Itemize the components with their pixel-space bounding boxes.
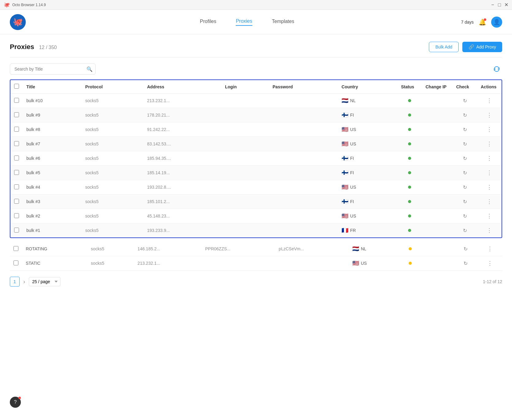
row-actions-button[interactable]: ⋮ (487, 245, 493, 252)
check-icon[interactable]: ↻ (463, 170, 467, 175)
status-dot (409, 247, 412, 250)
cell-change-ip (422, 166, 453, 180)
cell-address: 83.142.53.... (143, 137, 221, 151)
nav-templates[interactable]: Templates (272, 19, 294, 25)
minimize-button[interactable]: − (491, 3, 495, 7)
row-checkbox[interactable] (14, 170, 19, 175)
check-icon[interactable]: ↻ (463, 185, 467, 190)
row-actions-button[interactable]: ⋮ (487, 155, 492, 162)
row-actions-button[interactable]: ⋮ (487, 169, 492, 176)
maximize-button[interactable]: □ (497, 3, 502, 7)
cell-country: 🇺🇸 US (338, 137, 397, 151)
bulk-table-container: Title Protocol Address Login Password Co… (10, 79, 502, 238)
country-flag: 🇺🇸 (342, 184, 348, 191)
cell-protocol: socks5 (82, 195, 143, 209)
select-all-checkbox[interactable] (14, 84, 19, 89)
check-icon[interactable]: ↻ (463, 113, 467, 118)
check-icon[interactable]: ↻ (463, 214, 467, 219)
row-actions-button[interactable]: ⋮ (487, 112, 492, 118)
search-input[interactable] (10, 64, 96, 75)
cell-address: 178.20.21... (143, 108, 221, 122)
cell-status (397, 223, 422, 238)
country-flag: 🇺🇸 (342, 126, 348, 133)
cell-address: 185.14.19... (143, 166, 221, 180)
table-row: bulk #6 socks5 185.94.35.... 🇫🇮 FI ↻ ⋮ (10, 151, 502, 166)
cell-login (221, 209, 269, 223)
cell-password: pLzCSeVm... (275, 242, 349, 256)
row-actions-button[interactable]: ⋮ (487, 260, 493, 267)
notifications-button[interactable]: 🔔 (479, 18, 486, 26)
cell-title: bulk #9 (23, 108, 82, 122)
refresh-button[interactable] (491, 64, 502, 75)
check-icon[interactable]: ↻ (463, 199, 467, 204)
row-checkbox[interactable] (13, 246, 18, 251)
search-box: 🔍 (10, 64, 96, 75)
row-actions-button[interactable]: ⋮ (487, 213, 492, 219)
cell-title: bulk #7 (23, 137, 82, 151)
cell-status (398, 242, 422, 256)
col-login: Login (221, 80, 269, 94)
pagination: 1 › 25 / page 50 / page 100 / page 1-12 … (10, 273, 502, 290)
row-actions-button[interactable]: ⋮ (487, 141, 492, 147)
close-button[interactable]: ✕ (504, 3, 508, 7)
check-icon[interactable]: ↻ (463, 156, 467, 161)
row-checkbox[interactable] (14, 141, 19, 146)
row-checkbox[interactable] (14, 228, 19, 233)
page-size-select[interactable]: 25 / page 50 / page 100 / page (29, 277, 60, 286)
title-bar: 🐙 Octo Browser 1.14.9 − □ ✕ (0, 0, 512, 10)
country-flag: 🇳🇱 (352, 245, 359, 252)
user-icon: 👤 (493, 19, 500, 25)
cell-check: ↻ (453, 256, 478, 271)
check-icon[interactable]: ↻ (463, 141, 467, 147)
search-row: 🔍 (10, 64, 502, 75)
country-code: NL (350, 98, 356, 103)
check-icon[interactable]: ↻ (463, 228, 467, 233)
cell-protocol: socks5 (82, 151, 143, 166)
check-icon[interactable]: ↻ (463, 98, 467, 103)
table-row: ROTATING socks5 146.185.2... PPR06ZZS...… (10, 242, 502, 256)
row-actions-button[interactable]: ⋮ (487, 184, 492, 191)
bulk-table: Title Protocol Address Login Password Co… (10, 80, 502, 237)
check-icon[interactable]: ↻ (463, 127, 467, 132)
table-row: bulk #5 socks5 185.14.19... 🇫🇮 FI ↻ ⋮ (10, 166, 502, 180)
nav-profiles[interactable]: Profiles (200, 19, 216, 25)
row-actions-button[interactable]: ⋮ (487, 227, 492, 234)
row-checkbox[interactable] (14, 199, 19, 204)
check-icon[interactable]: ↻ (464, 246, 468, 252)
table-row: bulk #1 socks5 193.233.9... 🇫🇷 FR ↻ ⋮ (10, 223, 502, 238)
row-checkbox[interactable] (14, 98, 19, 103)
cell-password (269, 180, 338, 195)
next-page-button[interactable]: › (22, 277, 26, 286)
cell-change-ip (422, 151, 453, 166)
row-checkbox[interactable] (14, 184, 19, 189)
nav-proxies[interactable]: Proxies (236, 18, 252, 26)
cell-protocol: socks5 (82, 108, 143, 122)
add-proxy-button[interactable]: 🔗 Add Proxy (462, 42, 502, 52)
cell-check: ↻ (453, 195, 477, 209)
cell-check: ↻ (453, 137, 477, 151)
app-title: Octo Browser 1.14.9 (12, 3, 46, 7)
row-actions-button[interactable]: ⋮ (487, 126, 492, 133)
cell-title: bulk #1 (23, 223, 82, 238)
row-checkbox[interactable] (14, 213, 19, 218)
user-avatar-button[interactable]: 👤 (491, 17, 502, 28)
country-code: FI (350, 156, 354, 161)
cell-actions: ⋮ (477, 166, 502, 180)
cell-login (221, 108, 269, 122)
row-checkbox[interactable] (14, 127, 19, 132)
country-flag: 🇳🇱 (342, 97, 348, 104)
check-icon[interactable]: ↻ (464, 261, 468, 266)
row-actions-button[interactable]: ⋮ (487, 97, 492, 104)
cell-password (269, 209, 338, 223)
row-checkbox[interactable] (14, 156, 19, 160)
row-checkbox[interactable] (14, 112, 19, 117)
row-checkbox[interactable] (13, 260, 18, 265)
cell-status (398, 256, 422, 271)
row-actions-button[interactable]: ⋮ (487, 198, 492, 205)
cell-country: 🇫🇮 FI (338, 151, 397, 166)
bulk-add-button[interactable]: Bulk Add (429, 42, 459, 52)
table-row: STATIC socks5 213.232.1... 🇺🇸 US ↻ ⋮ (10, 256, 502, 271)
cell-check: ↻ (453, 223, 477, 238)
page-1-button[interactable]: 1 (10, 277, 20, 287)
cell-change-ip (422, 242, 453, 256)
